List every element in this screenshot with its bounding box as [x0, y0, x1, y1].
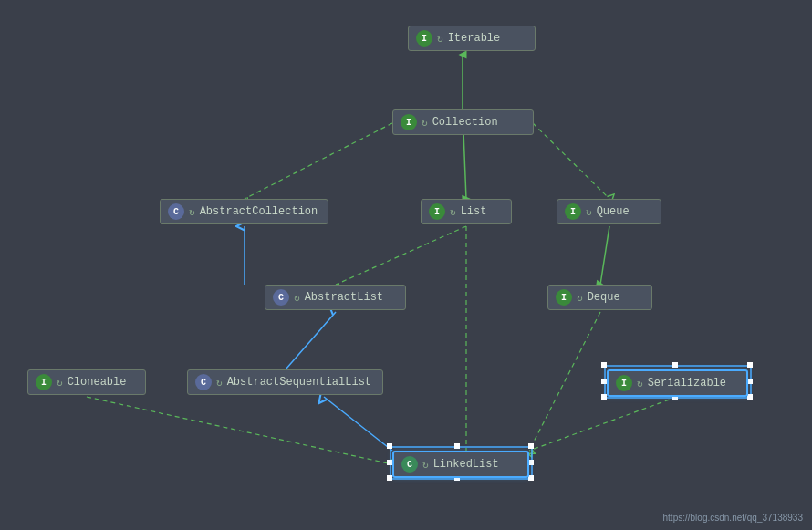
diagram-container: I ↻ Iterable I ↻ Collection C ↻ Abstract… [0, 0, 812, 530]
svg-line-11 [529, 397, 677, 451]
label-serializable: Serializable [648, 377, 726, 390]
badge-abstract-sequential-list: C [195, 374, 212, 390]
svg-rect-15 [387, 443, 392, 449]
label-linked-list: LinkedList [433, 458, 499, 471]
svg-line-13 [324, 397, 392, 451]
svg-rect-24 [601, 362, 607, 368]
label-collection: Collection [432, 116, 498, 129]
label-cloneable: Cloneable [68, 376, 127, 389]
badge-collection: I [401, 114, 417, 130]
badge-abstract-collection: C [168, 203, 184, 220]
label-abstract-sequential-list: AbstractSequentialList [227, 376, 371, 389]
badge-linked-list: C [401, 456, 418, 473]
label-abstract-collection: AbstractCollection [200, 205, 318, 218]
label-abstract-list: AbstractList [305, 291, 383, 304]
label-deque: Deque [588, 291, 620, 304]
node-abstract-collection[interactable]: C ↻ AbstractCollection [160, 199, 328, 224]
svg-line-4 [533, 123, 609, 199]
svg-line-12 [87, 397, 392, 464]
node-serializable[interactable]: I ↻ Serializable [607, 369, 748, 397]
svg-rect-25 [747, 362, 753, 368]
svg-line-9 [286, 312, 336, 369]
svg-rect-26 [601, 394, 607, 400]
badge-iterable: I [416, 30, 432, 47]
badge-serializable: I [616, 375, 632, 391]
svg-rect-17 [387, 475, 392, 481]
svg-rect-28 [672, 362, 678, 368]
svg-line-7 [600, 226, 609, 285]
watermark: https://blog.csdn.net/qq_37138933 [663, 513, 803, 523]
node-iterable[interactable]: I ↻ Iterable [408, 26, 536, 51]
svg-line-2 [245, 123, 392, 199]
svg-rect-18 [528, 475, 534, 481]
svg-rect-27 [747, 394, 753, 400]
svg-line-5 [336, 226, 466, 285]
label-iterable: Iterable [448, 32, 501, 45]
badge-cloneable: I [36, 374, 52, 390]
svg-rect-19 [454, 443, 460, 449]
svg-line-10 [529, 312, 600, 451]
badge-abstract-list: C [273, 289, 289, 306]
label-queue: Queue [597, 205, 630, 218]
label-list: List [461, 205, 487, 218]
node-deque[interactable]: I ↻ Deque [547, 285, 652, 310]
badge-list: I [429, 203, 445, 220]
node-abstract-list[interactable]: C ↻ AbstractList [265, 285, 406, 310]
badge-queue: I [565, 203, 581, 220]
badge-deque: I [556, 289, 572, 306]
node-abstract-sequential-list[interactable]: C ↻ AbstractSequentialList [187, 369, 383, 395]
node-queue[interactable]: I ↻ Queue [557, 199, 661, 224]
svg-rect-16 [528, 443, 534, 449]
node-list[interactable]: I ↻ List [421, 199, 512, 224]
node-linked-list[interactable]: C ↻ LinkedList [392, 451, 529, 478]
node-cloneable[interactable]: I ↻ Cloneable [27, 369, 146, 395]
node-collection[interactable]: I ↻ Collection [392, 109, 534, 135]
